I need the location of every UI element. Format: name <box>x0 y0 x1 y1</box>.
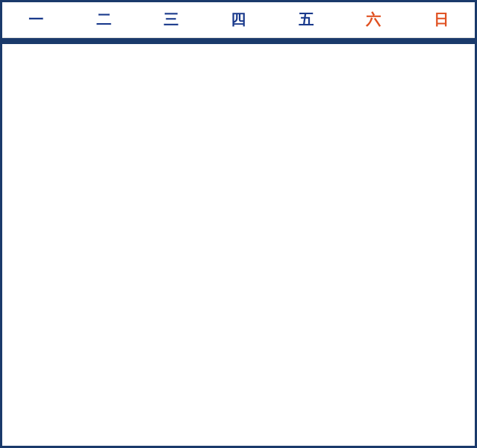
header-day-1: 二 <box>69 2 137 37</box>
header-day-0: 一 <box>2 2 69 37</box>
header-day-5: 六 <box>340 2 407 37</box>
header-day-6: 日 <box>408 2 475 37</box>
bottom-bar <box>2 38 475 44</box>
header-day-4: 五 <box>272 2 340 37</box>
calendar: 一二三四五六日 <box>2 2 475 38</box>
header-day-3: 四 <box>205 2 272 37</box>
header-day-2: 三 <box>137 2 205 37</box>
header-row: 一二三四五六日 <box>2 2 475 38</box>
